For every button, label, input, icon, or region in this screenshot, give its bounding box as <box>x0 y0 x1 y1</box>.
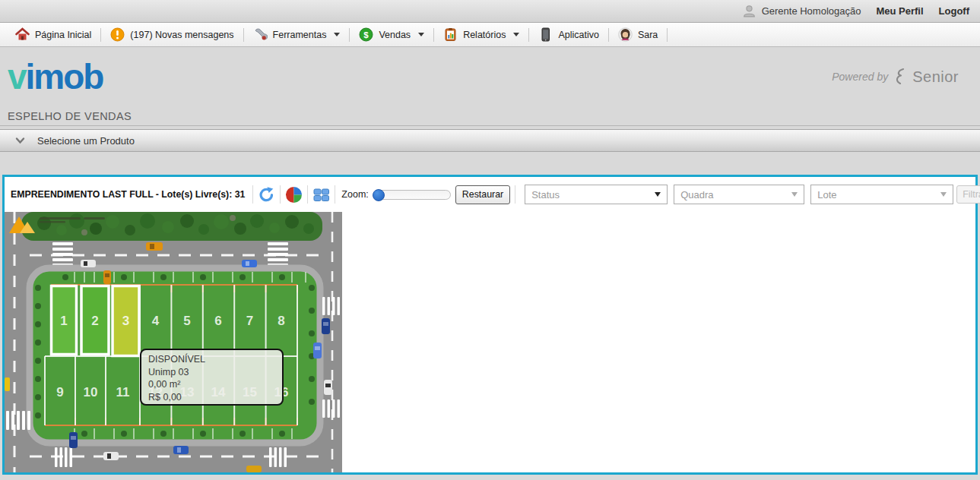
toolbar-divider <box>307 185 308 204</box>
powered-by: Powered by Senior <box>832 68 959 86</box>
pie-chart-icon[interactable] <box>285 186 303 204</box>
restore-button[interactable]: Restaurar <box>455 185 510 204</box>
zoom-label: Zoom: <box>341 189 368 200</box>
nav-messages[interactable]: (197) Novas mensagens <box>103 27 241 42</box>
assistant-avatar <box>618 27 633 42</box>
chevron-down-icon <box>791 192 798 197</box>
development-map[interactable]: 1 2 3 4 5 6 7 8 9 10 11 12 13 14 15 16 <box>5 212 342 472</box>
map-toolbar: EMPREENDIMENTO LAST FULL - Lote(s) Livre… <box>5 177 975 212</box>
nav-assistant[interactable]: Sara <box>611 27 665 42</box>
logged-user: Gerente Homologação <box>742 4 861 18</box>
toolbar-divider <box>252 185 253 204</box>
svg-text:5: 5 <box>183 314 190 328</box>
svg-text:7: 7 <box>246 314 253 328</box>
user-icon <box>742 4 756 18</box>
toolbar-divider <box>280 185 281 204</box>
map-canvas[interactable]: 1 2 3 4 5 6 7 8 9 10 11 12 13 14 15 16 <box>5 212 342 472</box>
status-dropdown[interactable]: Status <box>525 185 668 204</box>
smartphone-icon <box>538 27 553 42</box>
chevron-down-icon <box>940 192 947 197</box>
powered-by-text: Powered by <box>832 71 888 83</box>
filter-button[interactable]: Filtrar <box>956 185 980 204</box>
svg-text:8: 8 <box>278 314 284 328</box>
chevron-down-icon <box>513 33 519 36</box>
toolbar-divider <box>335 185 335 204</box>
sales-mirror-panel: EMPREENDIMENTO LAST FULL - Lote(s) Livre… <box>2 175 978 475</box>
zoom-slider[interactable] <box>373 190 451 200</box>
svg-text:4: 4 <box>152 314 160 328</box>
chevron-down-icon <box>15 137 25 144</box>
chevron-down-icon <box>418 33 424 36</box>
svg-text:11: 11 <box>116 385 130 399</box>
svg-text:$: $ <box>364 30 369 39</box>
dollar-icon: $ <box>359 27 373 42</box>
svg-text:9: 9 <box>56 385 63 399</box>
nav-divider <box>667 28 668 42</box>
toolbar-divider <box>515 185 515 204</box>
lot-tooltip: DISPONÍVEL Unimp 03 0,00 m² R$ 0,00 <box>140 349 284 406</box>
development-title: EMPREENDIMENTO LAST FULL - Lote(s) Livre… <box>11 189 245 200</box>
logo-v: v <box>8 57 26 96</box>
svg-text:3: 3 <box>122 314 129 328</box>
zoom-slider-handle[interactable] <box>373 189 385 201</box>
nav-app[interactable]: Aplicativo <box>531 27 607 42</box>
home-icon <box>15 27 30 42</box>
my-profile-link[interactable]: Meu Perfil <box>876 5 923 17</box>
svg-text:6: 6 <box>214 314 221 328</box>
brand-row: vimob Powered by Senior <box>0 47 980 106</box>
tooltip-price: R$ 0,00 <box>148 391 275 404</box>
senior-logo-icon <box>894 68 906 85</box>
lote-dropdown[interactable]: Lote <box>810 185 953 204</box>
chevron-down-icon <box>334 33 340 36</box>
vimob-logo: vimob <box>8 59 103 94</box>
nav-divider <box>608 28 609 42</box>
report-icon <box>443 27 458 42</box>
logoff-link[interactable]: Logoff <box>939 5 969 17</box>
page-title: ESPELHO DE VENDAS <box>0 106 980 126</box>
nav-divider <box>528 28 529 42</box>
tooltip-unit: Unimp 03 <box>148 366 275 379</box>
svg-text:2: 2 <box>91 314 98 328</box>
svg-text:10: 10 <box>84 385 98 399</box>
user-name: Gerente Homologação <box>762 5 861 17</box>
grid-view-icon[interactable] <box>312 186 330 204</box>
senior-brand-text: Senior <box>912 68 959 86</box>
logo-rest: imob <box>26 57 103 96</box>
tooltip-status: DISPONÍVEL <box>148 353 275 366</box>
nav-divider <box>433 28 434 42</box>
alert-icon <box>110 27 125 42</box>
chevron-down-icon <box>655 192 661 197</box>
tooltip-area: 0,00 m² <box>148 378 275 391</box>
wrench-icon <box>253 27 268 42</box>
nav-home[interactable]: Página Inicial <box>8 27 99 42</box>
quadra-dropdown[interactable]: Quadra <box>674 185 804 204</box>
product-selector-bar[interactable]: Selecione um Produto <box>0 129 980 152</box>
main-navbar: Página Inicial (197) Novas mensagens Fer… <box>0 23 980 47</box>
nav-divider <box>243 28 244 42</box>
svg-text:1: 1 <box>60 314 67 328</box>
refresh-icon[interactable] <box>258 186 275 204</box>
nav-divider <box>100 28 101 42</box>
nav-divider <box>349 28 350 42</box>
nav-tools[interactable]: Ferramentas <box>246 27 348 42</box>
topbar: Gerente Homologação Meu Perfil Logoff <box>0 0 980 23</box>
nav-sales[interactable]: $ Vendas <box>351 27 432 42</box>
product-selector-label: Selecione um Produto <box>37 135 135 147</box>
nav-reports[interactable]: Relatórios <box>436 27 527 42</box>
